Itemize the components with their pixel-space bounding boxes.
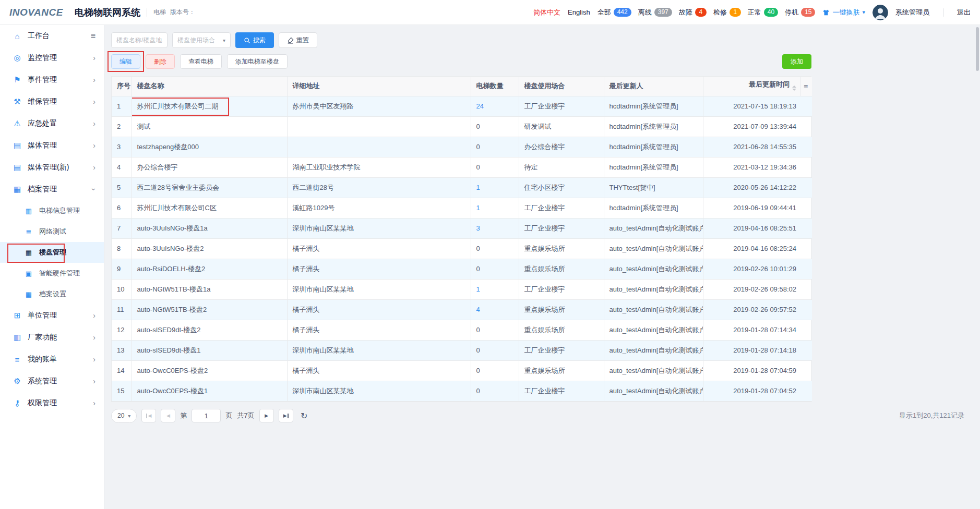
add-elevator-to-building-button[interactable]: 添加电梯至楼盘: [227, 54, 288, 69]
sidebar-item[interactable]: ▤ 媒体管理(新): [0, 156, 104, 178]
sidebar-item[interactable]: ▥ 厂家功能: [0, 326, 104, 348]
sidebar-item[interactable]: ⚒ 维保管理: [0, 91, 104, 113]
table-row[interactable]: 13 auto-sISED9dt-楼盘1 深圳市南山区某某地 0 工厂企业楼宇 …: [112, 340, 812, 360]
table-row[interactable]: 8 auto-3UuIsNGo-楼盘2 橘子洲头 0 重点娱乐场所 auto_t…: [112, 238, 812, 259]
next-page-button[interactable]: ▶: [259, 409, 274, 422]
table-row[interactable]: 12 auto-sISED9dt-楼盘2 橘子洲头 0 重点娱乐场所 auto_…: [112, 320, 812, 340]
page-size-select[interactable]: 20 ▾: [111, 409, 137, 423]
table-row[interactable]: 5 西二道28号宿舍业主委员会 西二道街28号 1 住宅小区楼宇 THYTtes…: [112, 177, 812, 198]
sidebar-item[interactable]: ⊞ 单位管理: [0, 305, 104, 326]
sidebar-item[interactable]: ▦ 档案设置: [0, 284, 104, 305]
refresh-icon[interactable]: ↻: [298, 409, 310, 422]
elevator-count[interactable]: 0: [476, 326, 480, 334]
last-updater: hcdtadmin[系统管理员]: [604, 96, 703, 116]
elevator-count[interactable]: 0: [476, 265, 480, 273]
elevator-count[interactable]: 0: [476, 163, 480, 171]
sidebar-item[interactable]: ▦ 档案管理: [0, 178, 104, 200]
elevator-count[interactable]: 0: [476, 387, 480, 395]
sidebar-item[interactable]: ▦ 楼盘管理: [0, 242, 104, 263]
col-updated-time[interactable]: 最后更新时间: [703, 77, 812, 96]
usage-type: 工厂企业楼宇: [519, 279, 604, 299]
building-name-cell: auto-OwcC0EPS-楼盘1: [132, 381, 287, 401]
usage-select[interactable]: 楼盘使用场合 ▾: [172, 32, 231, 48]
elevator-count[interactable]: 1: [476, 184, 480, 191]
status-badge[interactable]: 离线 397: [638, 8, 672, 17]
sidebar-item[interactable]: ◎ 监控管理: [0, 47, 104, 69]
status-badge[interactable]: 检修 1: [713, 8, 741, 17]
edit-button[interactable]: 编辑: [111, 54, 140, 69]
table-row[interactable]: 7 auto-3UuIsNGo-楼盘1a 深圳市南山区某某地 3 工厂企业楼宇 …: [112, 218, 812, 238]
elevator-count[interactable]: 1: [476, 285, 480, 293]
building-name: 测试: [137, 123, 151, 130]
elevator-count[interactable]: 0: [476, 346, 480, 354]
sidebar-item[interactable]: ▣ 智能硬件管理: [0, 263, 104, 284]
elevator-count[interactable]: 0: [476, 245, 480, 252]
sidebar-item-label: 电梯信息管理: [39, 206, 80, 215]
sidebar-item[interactable]: ≣ 网络测试: [0, 221, 104, 242]
status-badge[interactable]: 正常 40: [748, 8, 778, 17]
status-badge[interactable]: 故障 4: [679, 8, 707, 17]
page-scrollbar[interactable]: [976, 27, 979, 71]
status-badge[interactable]: 全部 442: [597, 8, 631, 17]
elevator-count[interactable]: 1: [476, 204, 480, 212]
first-page-button[interactable]: ◀: [141, 409, 156, 422]
row-index: 13: [112, 340, 132, 360]
elevator-count[interactable]: 24: [476, 102, 484, 110]
elevator-count-cell: 3: [471, 218, 519, 238]
table-row[interactable]: 14 auto-OwcC0EPS-楼盘2 橘子洲头 0 重点娱乐场所 auto_…: [112, 360, 812, 381]
column-settings-icon[interactable]: ≡: [800, 77, 811, 96]
prev-page-button[interactable]: ◀: [161, 409, 175, 422]
view-elevators-button[interactable]: 查看电梯: [180, 54, 222, 69]
status-badge-label: 正常: [748, 8, 761, 17]
sidebar-item[interactable]: ⚙ 系统管理: [0, 370, 104, 392]
table-row[interactable]: 4 办公综合楼宇 湖南工业职业技术学院 0 待定 hcdtadmin[系统管理员…: [112, 157, 812, 177]
building-address: 橘子洲头: [287, 238, 471, 259]
elevator-count[interactable]: 4: [476, 306, 480, 313]
status-badge[interactable]: 停机 15: [785, 8, 815, 17]
sidebar-item[interactable]: ▤ 媒体管理: [0, 135, 104, 156]
sidebar-item[interactable]: ⚠ 应急处置: [0, 113, 104, 135]
sidebar-item[interactable]: ⌂ 工作台: [0, 25, 104, 47]
record-summary: 显示1到20,共121记录: [899, 411, 964, 420]
lang-en-button[interactable]: English: [568, 8, 590, 16]
sidebar-item-icon: ⌂: [13, 32, 22, 41]
table-row[interactable]: 1 苏州汇川技术有限公司二期 苏州市吴中区友翔路 24 工厂企业楼宇 hcdta…: [112, 96, 812, 116]
chevron-down-icon: ▾: [223, 38, 225, 43]
page-number-input[interactable]: [192, 409, 221, 422]
sidebar-item-label: 媒体管理(新): [28, 163, 69, 172]
table-row[interactable]: 15 auto-OwcC0EPS-楼盘1 深圳市南山区某某地 0 工厂企业楼宇 …: [112, 381, 812, 401]
elevator-count[interactable]: 0: [476, 143, 480, 151]
table-row[interactable]: 3 testzhapeng楼盘000 0 办公综合楼宇 hcdtadmin[系统…: [112, 137, 812, 157]
delete-button[interactable]: 删除: [146, 54, 175, 69]
row-index: 9: [112, 259, 132, 279]
sidebar-item[interactable]: ≡ 我的账单: [0, 348, 104, 370]
row-index: 3: [112, 137, 132, 157]
logout-button[interactable]: 退出: [957, 8, 971, 17]
sort-icon[interactable]: [792, 83, 796, 93]
status-badge-count: 4: [695, 8, 707, 17]
building-name-cell: auto-OwcC0EPS-楼盘2: [132, 360, 287, 381]
lang-zh-button[interactable]: 简体中文: [533, 8, 560, 17]
sidebar-item[interactable]: ⚷ 权限管理: [0, 392, 104, 414]
sidebar-item[interactable]: ⚑ 事件管理: [0, 69, 104, 91]
table-row[interactable]: 6 苏州汇川技术有限公司C区 溪虹路1029号 1 工厂企业楼宇 hcdtadm…: [112, 198, 812, 218]
table-row[interactable]: 10 auto-NGtW51TB-楼盘1a 深圳市南山区某某地 1 工厂企业楼宇…: [112, 279, 812, 299]
sidebar-item-arrow-icon: [93, 76, 95, 83]
elevator-count[interactable]: 3: [476, 224, 480, 232]
sidebar-item[interactable]: ▦ 电梯信息管理: [0, 200, 104, 221]
reset-button[interactable]: 重置: [279, 32, 317, 48]
skin-switch-button[interactable]: 一键换肤 ▾: [822, 8, 865, 17]
add-button[interactable]: 添加: [782, 54, 811, 69]
avatar[interactable]: [873, 5, 888, 20]
last-updater: hcdtadmin[系统管理员]: [604, 137, 703, 157]
last-updated-time: 2019-04-16 08:25:24: [703, 238, 812, 259]
table-row[interactable]: 9 auto-RsiDOELH-楼盘2 橘子洲头 0 重点娱乐场所 auto_t…: [112, 259, 812, 279]
sidebar-item-label: 楼盘管理: [39, 248, 66, 257]
elevator-count[interactable]: 0: [476, 123, 480, 130]
table-row[interactable]: 2 测试 0 研发调试 hcdtadmin[系统管理员] 2021-07-09 …: [112, 116, 812, 137]
keyword-search-input[interactable]: [111, 32, 168, 48]
table-row[interactable]: 11 auto-NGtW51TB-楼盘2 橘子洲头 4 重点娱乐场所 auto_…: [112, 299, 812, 320]
search-button[interactable]: 搜索: [235, 32, 274, 48]
last-page-button[interactable]: ▶: [279, 409, 293, 422]
elevator-count[interactable]: 0: [476, 367, 480, 374]
